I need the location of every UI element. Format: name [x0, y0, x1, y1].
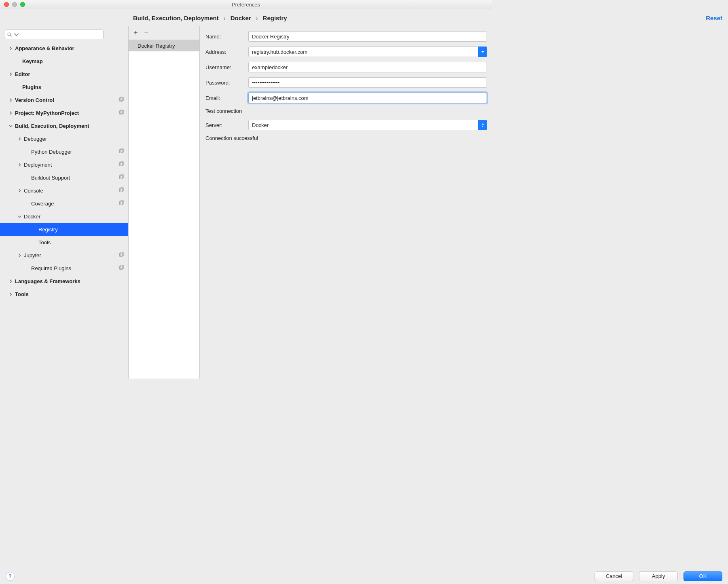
tree-item[interactable]: Tools [0, 236, 128, 249]
tree-item[interactable]: Keymap [0, 55, 128, 68]
svg-point-0 [8, 33, 11, 36]
tree-item[interactable]: Languages & Frameworks [0, 275, 128, 288]
breadcrumb-item[interactable]: Registry [263, 15, 287, 21]
test-connection-divider: Test connection [205, 108, 487, 114]
tree-twisty-spacer [15, 85, 21, 90]
breadcrumb-item[interactable]: Build, Execution, Deployment [133, 15, 219, 21]
tree-item[interactable]: Plugins [0, 80, 128, 93]
project-scope-icon [119, 252, 124, 259]
tree-twisty-icon[interactable] [17, 253, 22, 258]
zoom-window-button[interactable] [20, 2, 25, 7]
tree-item[interactable]: Coverage [0, 197, 128, 210]
tree-twisty-icon[interactable] [17, 162, 22, 167]
registry-list-item[interactable]: Docker Registry [129, 40, 199, 51]
project-scope-icon [119, 187, 124, 194]
registry-list-item-label: Docker Registry [138, 43, 175, 49]
minimize-window-button[interactable] [12, 2, 17, 7]
tree-item[interactable]: Debugger [0, 132, 128, 145]
tree-item[interactable]: Appearance & Behavior [0, 42, 128, 55]
chevron-down-icon [481, 125, 484, 127]
registry-toolbar: + − [129, 26, 199, 40]
project-scope-icon [119, 200, 124, 207]
close-window-button[interactable] [4, 2, 9, 7]
tree-item-label: Jupyter [24, 252, 119, 258]
tree-item-label: Appearance & Behavior [15, 45, 124, 51]
breadcrumb-bar: Build, Execution, Deployment › Docker › … [129, 9, 492, 26]
tree-item[interactable]: Required Plugins [0, 262, 128, 275]
add-button[interactable]: + [133, 29, 138, 37]
name-field[interactable] [248, 31, 487, 42]
tree-twisty-icon[interactable] [17, 136, 22, 142]
chevron-down-icon [481, 50, 485, 54]
tree-item[interactable]: Python Debugger [0, 145, 128, 158]
tree-item-label: Tools [38, 239, 124, 245]
section-label: Test connection [205, 108, 242, 114]
server-select-button[interactable] [478, 120, 487, 130]
project-scope-icon [119, 97, 124, 104]
tree-item-label: Registry [38, 226, 124, 233]
tree-item[interactable]: Registry [0, 223, 128, 236]
registry-list-panel: + − Docker Registry [129, 26, 200, 379]
tree-item-label: Build, Execution, Deployment [15, 123, 124, 129]
connection-status: Connection successful [205, 135, 487, 141]
tree-item-label: Plugins [22, 84, 124, 90]
tree-item[interactable]: Editor [0, 68, 128, 80]
tree-item[interactable]: Jupyter [0, 249, 128, 262]
email-field[interactable] [248, 93, 487, 103]
tree-item-label: Console [24, 188, 119, 194]
breadcrumb-item[interactable]: Docker [231, 15, 251, 21]
chevron-right-icon: › [256, 15, 258, 21]
search-input[interactable] [21, 32, 101, 38]
tree-item-label: Languages & Frameworks [15, 278, 124, 284]
tree-item-label: Python Debugger [31, 149, 119, 155]
tree-twisty-icon[interactable] [8, 72, 13, 77]
tree-twisty-icon[interactable] [8, 46, 13, 51]
tree-twisty-icon[interactable] [17, 188, 22, 193]
divider-line [246, 111, 487, 111]
tree-twisty-icon[interactable] [8, 292, 13, 297]
address-label: Address: [205, 49, 248, 55]
address-field[interactable] [248, 47, 487, 57]
tree-item[interactable]: Deployment [0, 158, 128, 171]
project-scope-icon [119, 148, 124, 155]
tree-item-label: Editor [15, 71, 124, 77]
project-scope-icon [119, 174, 124, 181]
address-dropdown-button[interactable] [478, 47, 487, 57]
server-select-value: Docker [252, 122, 269, 128]
tree-item[interactable]: Build, Execution, Deployment [0, 119, 128, 132]
project-scope-icon [119, 265, 124, 272]
username-field[interactable] [248, 62, 487, 72]
tree-item[interactable]: Buildout Support [0, 171, 128, 184]
chevron-right-icon: › [224, 15, 226, 21]
tree-item-label: Buildout Support [31, 175, 119, 181]
tree-twisty-spacer [24, 266, 30, 271]
tree-twisty-icon[interactable] [8, 123, 13, 129]
tree-twisty-spacer [32, 240, 37, 245]
search-icon [7, 32, 12, 37]
tree-item[interactable]: Console [0, 184, 128, 197]
tree-item-label: Project: MyPythonProject [15, 110, 119, 116]
search-box[interactable] [4, 30, 104, 39]
server-select[interactable]: Docker [248, 120, 487, 130]
tree-twisty-icon[interactable] [8, 279, 13, 284]
name-label: Name: [205, 34, 248, 40]
tree-item-label: Keymap [22, 58, 124, 64]
svg-line-1 [11, 35, 12, 36]
tree-twisty-spacer [32, 227, 37, 232]
breadcrumb: Build, Execution, Deployment › Docker › … [133, 15, 287, 21]
tree-item[interactable]: Tools [0, 288, 128, 300]
tree-item-label: Version Control [15, 97, 119, 103]
tree-item[interactable]: Docker [0, 210, 128, 223]
tree-twisty-icon[interactable] [8, 97, 13, 103]
username-label: Username: [205, 64, 248, 70]
tree-item[interactable]: Version Control [0, 93, 128, 106]
tree-twisty-icon[interactable] [8, 110, 13, 116]
remove-button[interactable]: − [144, 29, 149, 37]
chevron-up-icon [481, 123, 484, 125]
project-scope-icon [119, 110, 124, 116]
registry-form: Name: Address: Username: Password: [200, 26, 492, 379]
tree-twisty-icon[interactable] [17, 214, 22, 219]
tree-item[interactable]: Project: MyPythonProject [0, 106, 128, 119]
password-field[interactable] [248, 77, 487, 88]
tree-item-label: Coverage [31, 201, 119, 207]
